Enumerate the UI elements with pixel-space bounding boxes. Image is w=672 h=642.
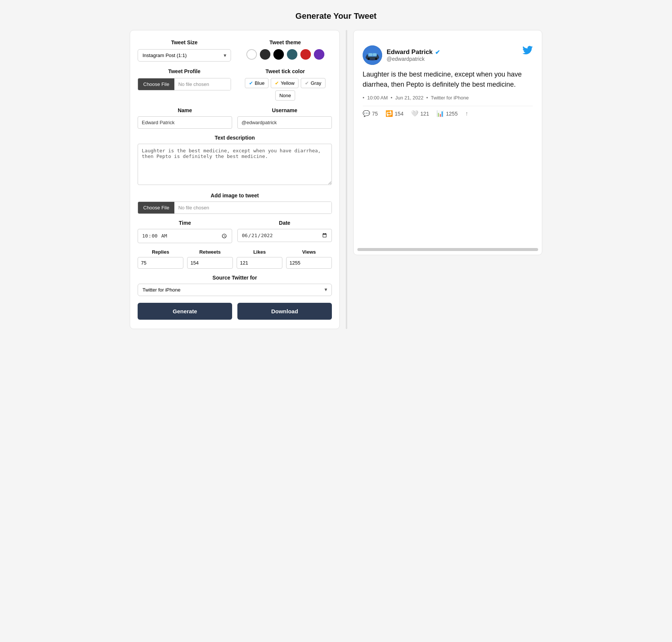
name-group: Name (138, 107, 232, 129)
views-label: Views (286, 249, 332, 255)
tweet-time: 10:00 AM (367, 95, 388, 101)
likes-input[interactable] (237, 257, 282, 269)
views-icon: 📊 (436, 110, 444, 117)
action-buttons: Generate Download (138, 303, 332, 320)
tick-none-button[interactable]: None (275, 90, 295, 101)
tweet-source: Twitter for iPhone (431, 95, 469, 101)
theme-circles-group (238, 49, 332, 60)
date-label: Date (237, 220, 332, 226)
profile-choose-file-button[interactable]: Choose File (138, 78, 174, 90)
tweet-profile-col: Tweet Profile Choose File No file chosen (138, 68, 231, 101)
date-group: Date (237, 220, 332, 243)
download-button[interactable]: Download (237, 303, 332, 320)
retweets-count: 154 (395, 111, 404, 117)
retweets-label: Retweets (187, 249, 233, 255)
retweets-input[interactable] (187, 257, 233, 269)
username-group: Username (237, 107, 332, 129)
time-date-row: Time Date (138, 220, 332, 243)
tweet-retweets-stat: 🔁 154 (386, 110, 404, 117)
theme-red[interactable] (300, 49, 311, 60)
profile-tick-row: Tweet Profile Choose File No file chosen… (138, 68, 332, 101)
svg-point-6 (368, 58, 370, 60)
image-choose-file-button[interactable]: Choose File (138, 202, 174, 213)
tweet-size-select-wrapper: Instagram Post (1:1) Twitter Post (16:9)… (138, 49, 231, 62)
theme-white[interactable] (246, 49, 257, 60)
stats-row: Replies Retweets Likes Views (138, 249, 332, 269)
name-username-row: Name Username (138, 107, 332, 129)
tick-gray-label: Gray (310, 80, 321, 86)
image-no-file-text: No file chosen (174, 202, 332, 213)
tick-blue-button[interactable]: ✔ Blue (245, 78, 268, 88)
date-input[interactable] (237, 229, 332, 242)
text-description-label: Text description (138, 135, 332, 141)
tweet-name: Edward Patrick (387, 48, 433, 56)
time-input[interactable] (138, 229, 232, 243)
source-select-wrapper: Twitter for iPhone Twitter for Android T… (138, 284, 332, 296)
profile-no-file-text: No file chosen (174, 78, 231, 90)
replies-icon: 💬 (363, 110, 370, 117)
tick-options-group: ✔ Blue ✔ Yellow ✔ Gray None (238, 78, 332, 101)
tweet-verified-icon: ✔ (435, 49, 440, 56)
tweet-size-col: Tweet Size Instagram Post (1:1) Twitter … (138, 39, 231, 62)
tweet-dot1: • (363, 95, 364, 101)
right-panel: Edward Patrick ✔ @edwardpatrick Laughter… (353, 30, 542, 255)
tweet-user-info: Edward Patrick ✔ @edwardpatrick (387, 48, 440, 62)
tweet-profile-label: Tweet Profile (138, 68, 231, 74)
tweet-tick-label: Tweet tick color (238, 68, 332, 74)
tweet-name-row: Edward Patrick ✔ (387, 48, 440, 56)
top-row: Tweet Size Instagram Post (1:1) Twitter … (138, 39, 332, 62)
likes-label: Likes (237, 249, 282, 255)
svg-rect-4 (369, 53, 372, 56)
retweets-icon: 🔁 (386, 110, 393, 117)
generate-button[interactable]: Generate (138, 303, 232, 320)
add-image-label: Add image to tweet (138, 192, 332, 198)
tweet-dot2: • (391, 95, 393, 101)
tweet-size-select[interactable]: Instagram Post (1:1) Twitter Post (16:9)… (138, 49, 231, 62)
tick-yellow-label: Yellow (280, 80, 294, 86)
text-description-group: Text description Laughter is the best me… (138, 135, 332, 186)
tweet-share-stat: ↑ (465, 110, 468, 117)
add-image-section: Add image to tweet Choose File No file c… (138, 192, 332, 214)
theme-teal[interactable] (287, 49, 297, 60)
main-layout: Tweet Size Instagram Post (1:1) Twitter … (130, 30, 542, 329)
likes-count: 121 (420, 111, 429, 117)
page-title: Generate Your Tweet (8, 11, 664, 21)
profile-file-input-wrapper: Choose File No file chosen (138, 78, 231, 90)
tick-yellow-button[interactable]: ✔ Yellow (271, 78, 298, 88)
replies-input[interactable] (138, 257, 183, 269)
time-label: Time (138, 220, 232, 226)
tick-none-label: None (279, 93, 291, 98)
views-input[interactable] (286, 257, 332, 269)
theme-purple[interactable] (314, 49, 324, 60)
tick-yellow-icon: ✔ (275, 80, 279, 86)
svg-point-7 (375, 58, 377, 60)
theme-black[interactable] (273, 49, 284, 60)
tweet-date: Jun 21, 2022 (395, 95, 423, 101)
tweet-stats: 💬 75 🔁 154 🤍 121 📊 1255 ↑ (363, 110, 533, 117)
name-input[interactable] (138, 116, 232, 129)
theme-dark-gray[interactable] (260, 49, 270, 60)
avatar (363, 45, 382, 65)
tweet-dot3: • (426, 95, 428, 101)
svg-rect-5 (373, 53, 376, 56)
tweet-preview: Edward Patrick ✔ @edwardpatrick Laughter… (363, 42, 533, 121)
tweet-size-label: Tweet Size (138, 39, 231, 45)
tick-gray-button[interactable]: ✔ Gray (301, 78, 325, 88)
replies-count: 75 (372, 111, 378, 117)
name-label: Name (138, 107, 232, 113)
twitter-bird-icon (522, 45, 533, 57)
username-label: Username (237, 107, 332, 113)
tweet-meta: • 10:00 AM • Jun 21, 2022 • Twitter for … (363, 95, 533, 101)
source-select[interactable]: Twitter for iPhone Twitter for Android T… (138, 284, 332, 296)
tweet-divider (363, 106, 533, 106)
retweets-group: Retweets (187, 249, 233, 269)
username-input[interactable] (237, 116, 332, 129)
source-section: Source Twitter for Twitter for iPhone Tw… (138, 275, 332, 296)
left-panel: Tweet Size Instagram Post (1:1) Twitter … (130, 30, 340, 329)
tweet-header: Edward Patrick ✔ @edwardpatrick (363, 45, 533, 65)
text-description-input[interactable]: Laughter is the best medicine, except wh… (138, 144, 332, 185)
image-file-input-wrapper: Choose File No file chosen (138, 201, 332, 214)
share-icon: ↑ (465, 110, 468, 117)
tick-blue-icon: ✔ (249, 80, 253, 86)
scrollbar-hint (357, 248, 538, 251)
